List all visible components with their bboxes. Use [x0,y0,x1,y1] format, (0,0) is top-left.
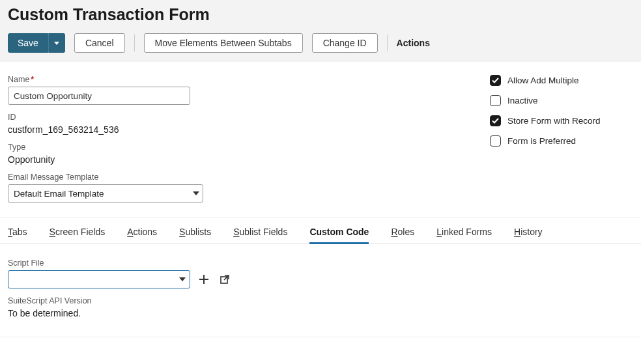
allow-add-multiple-checkbox[interactable] [490,75,501,86]
script-file-select[interactable] [8,270,190,288]
open-external-button[interactable] [218,272,232,287]
actions-menu[interactable]: Actions [397,38,430,48]
tab-roles[interactable]: Roles [391,227,414,244]
script-file-label: Script File [8,259,633,268]
inactive-label: Inactive [507,96,538,105]
api-version-label: SuiteScript API Version [8,296,633,305]
allow-add-multiple-label: Allow Add Multiple [507,76,579,85]
tab-screen-fields[interactable]: Screen Fields [50,227,106,244]
email-template-select[interactable]: Default Email Template [8,184,203,203]
preferred-checkbox[interactable] [490,135,501,147]
open-external-icon [220,275,229,284]
tab-sublist-fields[interactable]: Sublist Fields [233,227,287,244]
store-form-label: Store Form with Record [507,116,601,126]
plus-icon [199,275,208,284]
tab-sublists[interactable]: Sublists [179,227,211,244]
type-value: Opportunity [8,154,425,165]
divider [134,35,135,51]
api-version-value: To be determined. [8,308,633,318]
add-new-button[interactable] [197,272,211,287]
store-form-checkbox[interactable] [490,115,501,126]
id-value: custform_169_563214_536 [8,124,425,135]
save-menu-caret[interactable] [48,33,65,53]
name-label: Name* [8,75,425,84]
email-template-value: Default Email Template [14,189,104,199]
cancel-button[interactable]: Cancel [74,33,125,53]
tab-history[interactable]: History [514,227,543,244]
type-label: Type [8,143,425,152]
save-button[interactable]: Save [8,33,48,53]
tabs-bar: Tabs Screen Fields Actions Sublists Subl… [0,217,641,244]
chevron-down-icon [179,277,186,281]
page-title: Custom Transaction Form [8,5,633,24]
change-id-button[interactable]: Change ID [312,33,378,53]
move-elements-button[interactable]: Move Elements Between Subtabs [144,33,303,53]
toolbar: Save Cancel Move Elements Between Subtab… [8,33,633,53]
tab-linked-forms[interactable]: Linked Forms [436,227,492,244]
id-label: ID [8,113,425,122]
tab-custom-code[interactable]: Custom Code [309,227,369,244]
inactive-checkbox[interactable] [490,95,501,106]
preferred-label: Form is Preferred [507,136,576,146]
chevron-down-icon [54,42,59,45]
tab-actions[interactable]: Actions [127,227,157,244]
required-indicator: * [31,75,34,84]
email-template-label: Email Message Template [8,173,425,182]
divider [387,35,388,51]
name-input[interactable] [8,87,190,105]
tab-tabs[interactable]: Tabs [8,227,27,244]
